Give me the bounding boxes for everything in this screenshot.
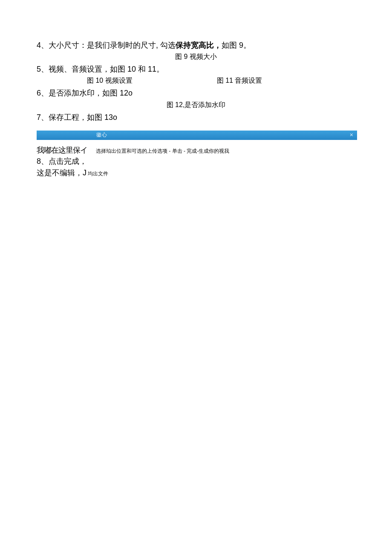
item-4-suffix: 如图 9。 (222, 41, 251, 49)
dialog-title: 徽心 (96, 131, 107, 139)
item-5: 5、视频、音频设置，如图 10 和 11。 (37, 64, 355, 75)
caption-row-10-11: 图 10 视频设置 图 11 音频设置 (37, 76, 355, 85)
dialog-sub-text: 选择珀出位置和可选的上传选项 - 单击 - 完成-生成你的视我 (96, 148, 229, 155)
caption-fig10: 图 10 视频设置 (87, 76, 133, 85)
line-edit-output: 这是不编辑，J 均出文件 (37, 168, 355, 178)
dialog-content-row: 我嘟在这里保イ 选择珀出位置和可选的上传选项 - 单击 - 完成-生成你的视我 (37, 145, 355, 155)
item-4-bold: 保持宽高比， (176, 41, 222, 49)
item-8: 8、点击完成， (37, 156, 355, 167)
item-6: 6、是否添加水印，如图 12o (37, 88, 355, 99)
caption-fig11: 图 11 音频设置 (217, 76, 262, 85)
line-edit-prefix: 这是不编辑，J (37, 169, 86, 177)
line-edit-small: 均出文件 (86, 171, 108, 177)
item-7: 7、保存工程，如图 13o (37, 112, 355, 123)
item-4-prefix: 4、大小尺寸：是我们录制时的尺寸, 勾选 (37, 41, 176, 49)
close-icon[interactable]: × (350, 131, 354, 138)
item-4: 4、大小尺寸：是我们录制时的尺寸, 勾选保持宽高比，如图 9。 (37, 40, 355, 51)
caption-fig9: 图 9 视频大小 (37, 52, 355, 61)
caption-fig12: 图 12,是否添加水印 (37, 101, 355, 110)
dialog-titlebar: 徽心 × (37, 131, 357, 140)
dialog-left-text: 我嘟在这里保イ (37, 145, 87, 155)
